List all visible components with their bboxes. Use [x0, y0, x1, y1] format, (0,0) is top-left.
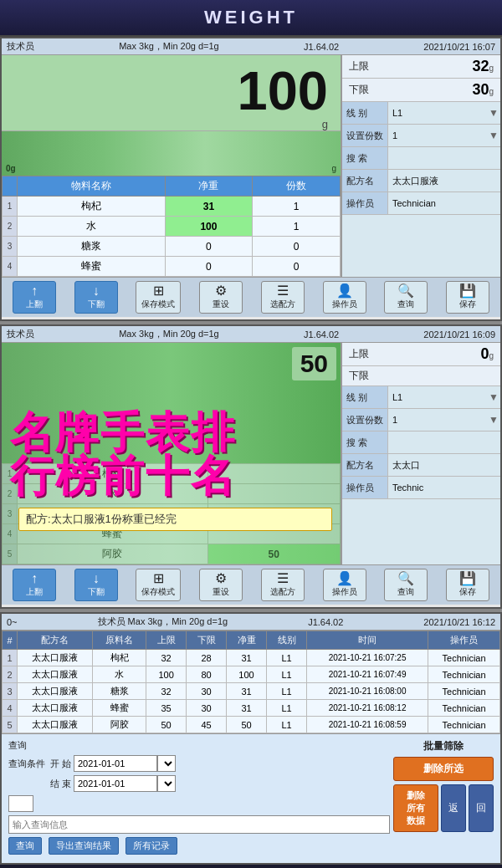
p2-btn-save[interactable]: 💾 保存 — [446, 569, 489, 601]
delete-all-btn[interactable]: 删除所有数据 — [393, 784, 438, 832]
p1-btn-query[interactable]: 🔍 查询 — [384, 281, 428, 314]
p1-btn-down[interactable]: ↓ 下翻 — [74, 281, 118, 314]
row-lower: 30 — [187, 700, 227, 717]
query-info-input[interactable] — [8, 815, 390, 834]
back-btn[interactable]: 返 — [441, 784, 466, 832]
portions-value: 1 — [388, 128, 487, 143]
row-operator: Technician — [428, 650, 500, 666]
col-num — [3, 176, 18, 197]
start-date-dropdown[interactable]: ▼ — [157, 755, 176, 772]
p2-btn-down[interactable]: ↓ 下翻 — [74, 569, 118, 601]
delete-selected-btn[interactable]: 删除所选 — [393, 757, 494, 781]
filter-input-small[interactable] — [8, 795, 33, 812]
confirm-btn[interactable]: 回 — [469, 784, 494, 832]
p1-btn-save[interactable]: 💾 保存 — [446, 281, 489, 314]
p2-formula-value: 太太口 — [388, 457, 500, 474]
line-label: 线 别 — [342, 102, 388, 124]
batch-section: 批量筛除 删除所选 删除所有数据 返 回 — [393, 739, 494, 832]
row-material: 蜂蜜 — [18, 257, 166, 277]
p2-btn-operator[interactable]: 👤 操作员 — [323, 569, 366, 601]
row-material: 糖浆 — [93, 683, 146, 700]
search-label: 搜 索 — [342, 147, 388, 169]
p3-table-area: # 配方名 原料名 上限 下限 净重 线别 时间 操作员 1 太太口服液 枸杞 … — [2, 631, 500, 733]
line-value: L1 — [388, 105, 487, 120]
p3-col-upper: 上限 — [146, 631, 187, 650]
row-material: 阿胶 — [93, 717, 146, 733]
p1-btn-up[interactable]: ↑ 上翻 — [13, 281, 56, 314]
table-row: 2 太太口服液 水 100 80 100 L1 2021-10-21 16:07… — [3, 666, 500, 683]
p2-header-code: J1.64.02 — [304, 329, 339, 340]
p2-btn-reset[interactable]: ⚙ 重设 — [199, 569, 243, 601]
table-row: 4 蜂蜜 0 0 — [3, 257, 341, 277]
p1-header-left: 技术员 — [7, 40, 34, 53]
row-weight: 0 — [165, 237, 253, 257]
p3-col-formula: 配方名 — [18, 631, 93, 650]
row-weight: 31 — [165, 197, 253, 217]
p2-operator-value: Technic — [388, 480, 500, 495]
weight-display: 100 — [14, 64, 328, 118]
row-material: 枸杞 — [93, 650, 146, 666]
table-row: 3 太太口服液 糖浆 32 30 31 L1 2021-10-21 16:08:… — [3, 683, 500, 700]
panel2: 技术员 Max 3kg，Min 20g d=1g J1.64.02 2021/1… — [0, 324, 502, 609]
p1-right-info: 上限 32g 下限 30g 线 别 L1 ▼ 设置份数 1 ▼ — [341, 55, 500, 277]
p2-search-label: 搜 索 — [342, 431, 388, 453]
p3-col-net: 净重 — [227, 631, 267, 650]
p1-toolbar: ↑ 上翻 ↓ 下翻 ⊞ 保存模式 ⚙ 重设 ☰ 选配方 👤 操作员 🔍 查询 💾 — [2, 277, 500, 317]
export-btn[interactable]: 导出查询结果 — [49, 837, 119, 855]
row-num: 4 — [3, 257, 18, 277]
row-net: 31 — [227, 650, 267, 666]
p2-weight-display: 50 — [292, 347, 336, 380]
p2-header-mid: Max 3kg，Min 20g d=1g — [119, 328, 219, 340]
p2-upper-label: 上限 — [349, 347, 369, 361]
row-material: 水 — [93, 666, 146, 683]
p2-btn-up[interactable]: ↑ 上翻 — [13, 569, 56, 601]
p3-header-left: 0~ — [7, 617, 18, 627]
all-records-btn[interactable]: 所有记录 — [126, 837, 177, 855]
row-operator: Technician — [428, 666, 500, 683]
p1-btn-select-formula[interactable]: ☰ 选配方 — [261, 281, 305, 314]
p3-header-mid: 技术员 Max 3kg，Min 20g d=1g — [98, 615, 228, 628]
p2-btn-save-mode[interactable]: ⊞ 保存模式 — [136, 569, 181, 601]
p2-header-dt: 2021/10/21 16:09 — [423, 329, 495, 340]
p2-formula-label: 配方名 — [342, 454, 388, 476]
formula-value: 太太口服液 — [388, 172, 500, 190]
row-num: 5 — [3, 717, 18, 733]
row-time: 2021-10-21 16:07:25 — [306, 650, 428, 666]
p2-portions-label: 设置份数 — [342, 409, 388, 431]
row-operator: Technician — [428, 717, 500, 733]
col-weight: 净重 — [165, 176, 253, 197]
formula-label: 配方名 — [342, 170, 388, 191]
row-num: 2 — [3, 666, 18, 683]
p1-btn-save-mode[interactable]: ⊞ 保存模式 — [136, 281, 181, 314]
p2-btn-formula[interactable]: ☰ 选配方 — [261, 569, 305, 601]
row-upper: 50 — [146, 717, 187, 733]
row-lower: 30 — [187, 683, 227, 700]
p2-header-left: 技术员 — [7, 328, 34, 340]
query-btn[interactable]: 查询 — [8, 837, 42, 855]
lower-limit-label: 下限 — [349, 83, 369, 97]
batch-label: 批量筛除 — [393, 739, 494, 753]
end-date-input[interactable] — [74, 775, 157, 792]
notice-box: 配方:太太口服液1份称重已经完 — [18, 508, 332, 531]
p2-lower-label: 下限 — [349, 369, 369, 383]
table-row: 1 枸杞 31 1 — [3, 197, 341, 217]
p1-table-area: 物料名称 净重 份数 1 枸杞 31 1 2 水 100 1 3 糖浆 0 0 … — [2, 176, 341, 277]
row-formula: 太太口服液 — [18, 717, 93, 733]
p2-btn-query[interactable]: 🔍 查询 — [384, 569, 428, 601]
start-date-input[interactable] — [74, 755, 157, 772]
row-num: 1 — [3, 197, 18, 217]
title-bar: WEIGHT — [0, 0, 502, 37]
p1-btn-operator[interactable]: 👤 操作员 — [323, 281, 366, 314]
row-formula: 太太口服液 — [18, 700, 93, 717]
row-formula: 太太口服液 — [18, 683, 93, 700]
row-count: 0 — [253, 237, 341, 257]
p3-data-table: # 配方名 原料名 上限 下限 净重 线别 时间 操作员 1 太太口服液 枸杞 … — [2, 631, 500, 733]
start-label: 开 始 — [50, 758, 74, 770]
p1-btn-reset[interactable]: ⚙ 重设 — [199, 281, 243, 314]
p3-col-operator: 操作员 — [428, 631, 500, 650]
row-material: 枸杞 — [18, 197, 166, 217]
row-line: L1 — [267, 650, 307, 666]
end-date-dropdown[interactable]: ▼ — [157, 775, 176, 792]
p1-left-section: 100 g 0g g 物料名称 净重 份数 — [2, 55, 341, 277]
row-time: 2021-10-21 16:07:49 — [306, 666, 428, 683]
